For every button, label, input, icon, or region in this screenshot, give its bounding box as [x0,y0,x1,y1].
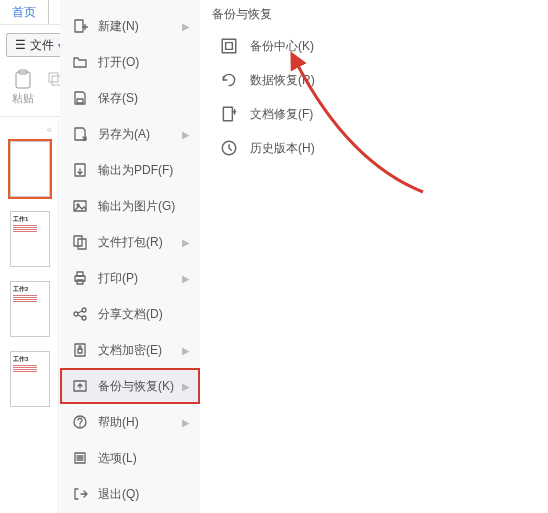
menu-item-print[interactable]: 打印(P)▶ [60,260,200,296]
menu-item-label: 文档加密(E) [98,342,182,359]
paste-button[interactable]: 粘贴 [8,69,38,106]
submenu-item-history[interactable]: 历史版本(H) [200,131,548,165]
exit-icon [70,486,90,502]
paste-label: 粘贴 [12,91,34,106]
menu-item-label: 输出为PDF(F) [98,162,190,179]
lock-icon [70,342,90,358]
menu-item-label: 文件打包(R) [98,234,182,251]
slide-title: 工作2 [13,285,47,294]
history-icon [218,139,240,157]
svg-point-16 [82,316,86,320]
menu-item-backup[interactable]: 备份与恢复(K)▶ [60,368,200,404]
chevron-right-icon: ▶ [182,381,190,392]
backup-icon [70,378,90,394]
submenu-item-label: 数据恢复(R) [250,72,315,89]
svg-rect-2 [49,73,58,82]
submenu-item-repair[interactable]: 文档修复(F) [200,97,548,131]
menu-item-label: 另存为(A) [98,126,182,143]
menu-item-label: 选项(L) [98,450,190,467]
img-icon [70,198,90,214]
svg-point-14 [74,312,78,316]
saveas-icon [70,126,90,142]
menu-item-label: 保存(S) [98,90,190,107]
chevron-right-icon: ▶ [182,345,190,356]
svg-rect-5 [77,99,83,103]
svg-rect-22 [222,39,236,53]
repair-icon [218,105,240,123]
save-icon [70,90,90,106]
help-icon [70,414,90,430]
new-icon [70,18,90,34]
slide-thumb-2[interactable]: 工作1 [10,211,50,267]
menu-item-img[interactable]: 输出为图片(G) [60,188,200,224]
svg-rect-13 [77,280,83,284]
pdf-icon [70,162,90,178]
menu-item-label: 备份与恢复(K) [98,378,182,395]
svg-rect-18 [78,349,82,353]
slide-thumb-1[interactable] [10,141,50,197]
submenu-item-label: 文档修复(F) [250,106,313,123]
menu-item-label: 分享文档(D) [98,306,190,323]
menu-item-opts[interactable]: 选项(L) [60,440,200,476]
slide-thumbnails: « 1 2 工作1 3 工作2 4 工作3 [0,120,59,513]
menu-item-save[interactable]: 保存(S) [60,80,200,116]
slide-thumb-3[interactable]: 工作2 [10,281,50,337]
menu-item-pack[interactable]: 文件打包(R)▶ [60,224,200,260]
menu-item-help[interactable]: 帮助(H)▶ [60,404,200,440]
menu-item-exit[interactable]: 退出(Q) [60,476,200,512]
chevron-right-icon: ▶ [182,21,190,32]
hamburger-icon: ☰ [15,38,26,52]
clipboard-icon [13,69,33,89]
chevron-right-icon: ▶ [182,273,190,284]
opts-icon [70,450,90,466]
menu-item-label: 打印(P) [98,270,182,287]
svg-rect-24 [223,107,232,121]
slide-title: 工作1 [13,215,47,224]
svg-point-15 [82,308,86,312]
center-icon [218,37,240,55]
menu-item-label: 打开(O) [98,54,190,71]
menu-item-lock[interactable]: 文档加密(E)▶ [60,332,200,368]
file-menu-label: 文件 [30,37,54,54]
submenu-header: 备份与恢复 [200,0,548,29]
chevron-right-icon: ▶ [182,129,190,140]
slide-thumb-4[interactable]: 工作3 [10,351,50,407]
backup-restore-submenu: 备份与恢复 备份中心(K)数据恢复(R)文档修复(F)历史版本(H) [200,0,548,513]
chevron-right-icon: ▶ [182,417,190,428]
menu-item-open[interactable]: 打开(O) [60,44,200,80]
menu-item-label: 帮助(H) [98,414,182,431]
slide-title: 工作3 [13,355,47,364]
menu-item-label: 输出为图片(G) [98,198,190,215]
menu-item-saveas[interactable]: 另存为(A)▶ [60,116,200,152]
restore-icon [218,71,240,89]
file-menu: 新建(N)▶打开(O)保存(S)另存为(A)▶输出为PDF(F)输出为图片(G)… [60,0,201,513]
menu-item-new[interactable]: 新建(N)▶ [60,8,200,44]
menu-item-label: 退出(Q) [98,486,190,503]
collapse-icon[interactable]: « [0,124,58,135]
share-icon [70,306,90,322]
svg-rect-23 [226,43,233,50]
submenu-item-label: 备份中心(K) [250,38,314,55]
pack-icon [70,234,90,250]
print-icon [70,270,90,286]
submenu-item-restore[interactable]: 数据恢复(R) [200,63,548,97]
tab-home[interactable]: 首页 [0,0,49,24]
svg-rect-4 [75,20,83,32]
menu-item-share[interactable]: 分享文档(D) [60,296,200,332]
submenu-item-center[interactable]: 备份中心(K) [200,29,548,63]
submenu-item-label: 历史版本(H) [250,140,315,157]
svg-rect-12 [77,272,83,276]
menu-item-pdf[interactable]: 输出为PDF(F) [60,152,200,188]
chevron-right-icon: ▶ [182,237,190,248]
open-icon [70,54,90,70]
menu-item-label: 新建(N) [98,18,182,35]
